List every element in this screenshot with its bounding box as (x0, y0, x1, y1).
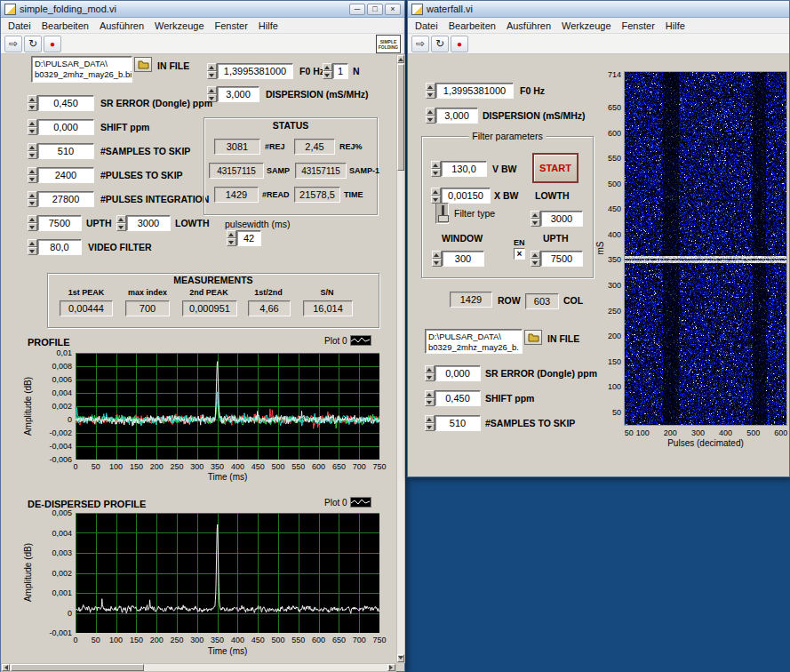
menu-datei[interactable]: Datei (3, 19, 36, 33)
spin-up-icon[interactable] (116, 215, 126, 223)
sr-error-spinner[interactable] (28, 95, 37, 111)
menu-bearbeiten[interactable]: Bearbeiten (36, 19, 94, 33)
samples-spinner[interactable] (28, 143, 37, 159)
spin-up-icon[interactable] (432, 251, 442, 259)
menu-ausfuehren[interactable]: Ausführen (94, 19, 149, 33)
samples-to-skip-control[interactable]: 510 (28, 143, 94, 159)
titlebar[interactable]: simple_folding_mod.vi ─ □ × (1, 1, 404, 18)
lowth-value[interactable]: 3000 (126, 215, 171, 231)
video-filter-control[interactable]: 80,0 (28, 239, 82, 255)
v-bw-spinner[interactable] (431, 161, 441, 177)
upth-control[interactable]: 7500 (28, 215, 82, 231)
profile-legend[interactable]: Plot 0 (324, 335, 371, 346)
spin-up-icon[interactable] (28, 239, 37, 247)
menu-fenster[interactable]: Fenster (210, 19, 253, 33)
dedispersed-legend[interactable]: Plot 0 (324, 497, 371, 508)
maximize-button[interactable]: □ (367, 4, 383, 15)
x-bw-value[interactable]: 0,00150 (441, 188, 491, 204)
pulses-skip-spinner[interactable] (28, 167, 37, 183)
run-continuous-button[interactable]: ↻ (431, 36, 449, 52)
f0-control[interactable]: 1,3995381000 (207, 63, 293, 79)
lowth-spinner[interactable] (116, 215, 126, 231)
shift-spinner[interactable] (28, 119, 37, 135)
dispersion-control[interactable]: 3,000 (426, 108, 478, 124)
scroll-down-button[interactable] (397, 654, 404, 662)
scroll-up-button[interactable] (397, 55, 404, 63)
upth-spinner[interactable] (531, 251, 540, 267)
spin-up-icon[interactable] (425, 365, 435, 373)
scroll-left-button[interactable] (2, 664, 10, 671)
shift-control[interactable]: 0,000 (28, 119, 94, 135)
pulsewidth-spinner[interactable] (227, 230, 236, 246)
spin-up-icon[interactable] (28, 119, 37, 127)
spin-down-icon[interactable] (531, 219, 540, 227)
spin-down-icon[interactable] (323, 71, 332, 79)
sr-error-control[interactable]: 0,000 (425, 365, 481, 381)
v-bw-control[interactable]: 130,0 (431, 161, 487, 177)
spin-up-icon[interactable] (28, 95, 37, 103)
spin-down-icon[interactable] (28, 199, 37, 207)
dispersion-value[interactable]: 3,000 (217, 86, 259, 102)
menu-hilfe[interactable]: Hilfe (253, 19, 283, 33)
pulses-integration-value[interactable]: 27800 (37, 191, 94, 207)
spin-down-icon[interactable] (426, 91, 435, 99)
scroll-thumb[interactable] (11, 664, 144, 671)
menu-werkzeuge[interactable]: Werkzeuge (556, 19, 616, 33)
spin-up-icon[interactable] (28, 143, 37, 151)
n-value[interactable]: 1 (332, 63, 348, 79)
spin-up-icon[interactable] (531, 251, 540, 259)
v-bw-value[interactable]: 130,0 (441, 161, 487, 177)
pulsewidth-control[interactable]: 42 (227, 230, 261, 246)
dispersion-control[interactable]: 3,000 (207, 86, 259, 102)
shift-value[interactable]: 0,000 (37, 119, 94, 135)
spin-up-icon[interactable] (207, 63, 217, 71)
upth-value[interactable]: 7500 (540, 251, 583, 267)
f0-spinner[interactable] (207, 63, 217, 79)
shift-spinner[interactable] (425, 390, 435, 406)
f0-value[interactable]: 1,3995381000 (217, 63, 293, 79)
spin-up-icon[interactable] (28, 215, 37, 223)
menu-werkzeuge[interactable]: Werkzeuge (149, 19, 209, 33)
spin-down-icon[interactable] (426, 116, 435, 124)
spin-down-icon[interactable] (432, 259, 442, 267)
x-bw-spinner[interactable] (431, 188, 441, 204)
dispersion-value[interactable]: 3,000 (435, 108, 478, 124)
menu-fenster[interactable]: Fenster (617, 19, 660, 33)
spin-up-icon[interactable] (425, 415, 435, 423)
sr-error-value[interactable]: 0,450 (37, 95, 94, 111)
spin-down-icon[interactable] (28, 103, 37, 111)
upth-control[interactable]: 7500 (531, 251, 583, 267)
filter-type-toggle[interactable] (435, 203, 449, 224)
spin-up-icon[interactable] (425, 390, 435, 398)
close-button[interactable]: × (385, 4, 401, 15)
spin-down-icon[interactable] (425, 398, 435, 406)
menu-ausfuehren[interactable]: Ausführen (501, 19, 556, 33)
video-filter-value[interactable]: 80,0 (37, 239, 82, 255)
upth-spinner[interactable] (28, 215, 37, 231)
spin-up-icon[interactable] (426, 108, 435, 116)
f0-value[interactable]: 1,3995381000 (435, 83, 514, 99)
samples-to-skip-value[interactable]: 510 (435, 415, 481, 431)
spin-down-icon[interactable] (425, 373, 435, 381)
menu-datei[interactable]: Datei (410, 19, 443, 33)
vertical-scrollbar[interactable] (396, 54, 405, 663)
window-control[interactable]: 300 (432, 251, 484, 267)
spin-down-icon[interactable] (28, 223, 37, 231)
spin-up-icon[interactable] (431, 161, 441, 169)
f0-spinner[interactable] (426, 83, 435, 99)
run-button[interactable]: ⇨ (4, 36, 22, 52)
pulses-integration-control[interactable]: 27800 (28, 191, 94, 207)
n-spinner[interactable] (323, 63, 332, 79)
samples-to-skip-control[interactable]: 510 (425, 415, 481, 431)
f0-control[interactable]: 1,3995381000 (426, 83, 514, 99)
samples-spinner[interactable] (425, 415, 435, 431)
sr-error-value[interactable]: 0,000 (435, 365, 481, 381)
spin-down-icon[interactable] (227, 238, 236, 246)
spin-down-icon[interactable] (28, 151, 37, 159)
run-button[interactable]: ⇨ (411, 36, 429, 52)
spin-up-icon[interactable] (28, 191, 37, 199)
spin-down-icon[interactable] (431, 169, 441, 177)
minimize-button[interactable]: ─ (349, 4, 365, 15)
lowth-control[interactable]: 3000 (531, 211, 583, 227)
spin-up-icon[interactable] (227, 230, 236, 238)
